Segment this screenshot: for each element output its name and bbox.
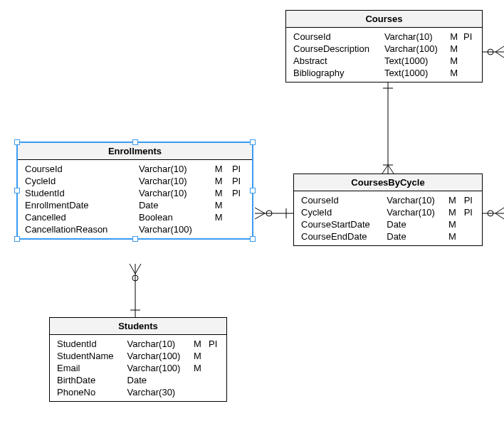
svg-point-14 [266, 210, 272, 216]
selection-handle-sw[interactable] [14, 236, 20, 242]
entity-enrollments-attrs: CourseIdVarchar(10)MPI CycleIdVarchar(10… [22, 163, 248, 235]
svg-line-15 [255, 208, 265, 213]
entity-students-header[interactable]: Students [50, 318, 226, 335]
entity-courses[interactable]: Courses CourseIdVarchar(10)MPI CourseDes… [285, 10, 483, 82]
svg-line-20 [130, 264, 135, 274]
svg-line-8 [495, 52, 504, 58]
entity-enrollments[interactable]: Enrollments CourseIdVarchar(10)MPI Cycle… [16, 142, 253, 240]
rel-enrollments-students [130, 264, 141, 317]
selection-handle-se[interactable] [250, 236, 256, 242]
entity-courses-attrs: CourseIdVarchar(10)MPI CourseDescription… [290, 31, 478, 79]
svg-line-4 [388, 165, 394, 174]
entity-coursesbycycle-attrs: CourseIdVarchar(10)MPI CycleIdVarchar(10… [298, 194, 478, 243]
rel-courses-external [483, 46, 504, 58]
svg-point-19 [132, 275, 138, 281]
svg-line-16 [255, 213, 265, 219]
selection-handle-s[interactable] [132, 236, 138, 242]
selection-handle-n[interactable] [132, 139, 138, 145]
svg-line-3 [382, 165, 388, 174]
svg-line-12 [495, 213, 504, 219]
rel-coursesbycycle-external [483, 208, 504, 219]
entity-students-attrs: StudentIdVarchar(10)MPI StudentNameVarch… [54, 338, 222, 398]
selection-handle-e[interactable] [250, 188, 256, 193]
svg-line-7 [495, 46, 504, 52]
selection-handle-nw[interactable] [14, 139, 20, 145]
entity-courses-header[interactable]: Courses [286, 11, 482, 28]
svg-line-21 [135, 264, 141, 274]
rel-enrollments-coursesbycycle [255, 208, 293, 219]
svg-point-10 [488, 210, 493, 216]
entity-students[interactable]: Students StudentIdVarchar(10)MPI Student… [49, 317, 227, 402]
entity-coursesbycycle-header[interactable]: CoursesByCycle [294, 174, 482, 191]
selection-handle-w[interactable] [14, 188, 20, 193]
entity-enrollments-header[interactable]: Enrollments [18, 143, 252, 160]
svg-line-11 [495, 208, 504, 213]
entity-coursesbycycle[interactable]: CoursesByCycle CourseIdVarchar(10)MPI Cy… [293, 174, 483, 246]
svg-point-6 [488, 49, 493, 55]
selection-handle-ne[interactable] [250, 139, 256, 145]
rel-courses-coursesbycycle [382, 81, 394, 174]
